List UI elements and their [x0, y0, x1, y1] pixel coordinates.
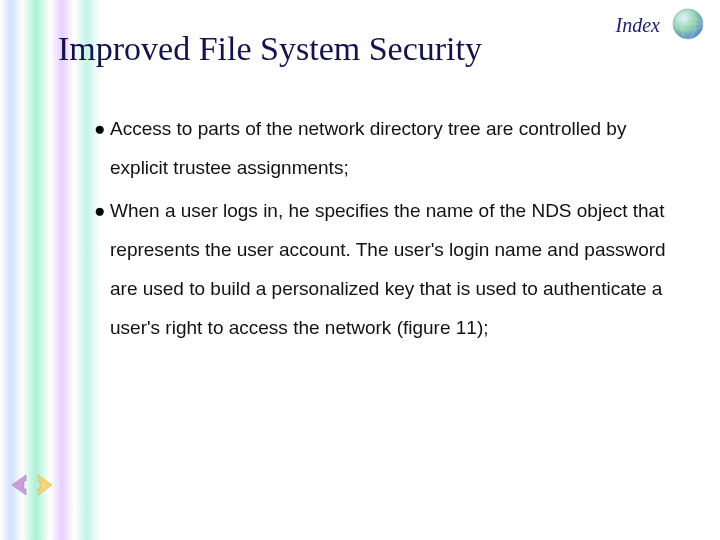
stripe: [50, 0, 74, 540]
svg-marker-4: [12, 475, 26, 495]
list-item: ● Access to parts of the network directo…: [110, 110, 670, 188]
nav-arrows[interactable]: [10, 470, 54, 500]
list-item-text: Access to parts of the network directory…: [110, 118, 626, 178]
content-area: ● Access to parts of the network directo…: [110, 110, 670, 352]
stripe: [74, 0, 100, 540]
svg-marker-5: [38, 475, 52, 495]
page-title: Improved File System Security: [58, 30, 482, 68]
decorative-stripes: [0, 0, 100, 540]
stripe: [0, 0, 22, 540]
list-item: ● When a user logs in, he specifies the …: [110, 192, 670, 348]
list-item-text: When a user logs in, he specifies the na…: [110, 200, 666, 338]
globe-icon: [670, 6, 706, 42]
bullet-icon: ●: [94, 110, 105, 149]
bullet-icon: ●: [94, 192, 105, 231]
index-link[interactable]: Index: [616, 14, 660, 37]
stripe: [22, 0, 50, 540]
